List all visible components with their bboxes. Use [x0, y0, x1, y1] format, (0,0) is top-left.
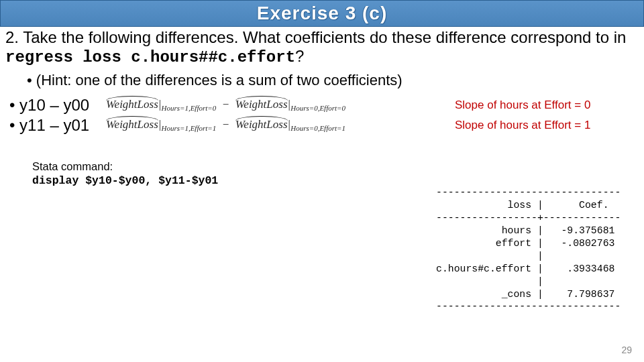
eq-rhs-var: WeightLoss	[235, 98, 288, 111]
difference-row: • y11 – y01 WeightLoss|Hours=1,Effort=1 …	[5, 116, 639, 135]
eq-lhs-sub: Hours=1,Effort=1	[161, 124, 216, 132]
slide-title: Exercise 3 (c)	[257, 3, 388, 24]
eq-lhs-var: WeightLoss	[106, 118, 158, 131]
diff-bullet: • y11 – y01	[5, 116, 106, 135]
stata-label: Stata command:	[32, 160, 639, 173]
difference-row: • y10 – y00 WeightLoss|Hours=1,Effort=0 …	[5, 96, 639, 115]
page-number: 29	[621, 345, 632, 355]
prompt-tail: ?	[295, 47, 304, 65]
eq-rhs-sub: Hours=0,Effort=1	[290, 124, 345, 132]
eq-rhs-sub: Hours=0,Effort=0	[290, 104, 345, 112]
eq-lhs-var: WeightLoss	[106, 98, 158, 111]
hint-text: • (Hint: one of the differences is a sum…	[27, 72, 639, 89]
coefficient-table: ------------------------------- loss | C…	[436, 186, 644, 313]
prompt-code: regress loss c.hours##c.effort	[5, 48, 295, 66]
eq-rhs-var: WeightLoss	[235, 118, 288, 131]
question-prompt: 2. Take the following differences. What …	[5, 28, 639, 68]
stata-block: Stata command: display $y10-$y00, $y11-$…	[32, 160, 639, 187]
eq-lhs-sub: Hours=1,Effort=0	[161, 104, 216, 112]
slope-annotation: Slope of hours at Effort = 1	[455, 119, 590, 132]
diff-equation: WeightLoss|Hours=1,Effort=1 − WeightLoss…	[106, 118, 448, 132]
slope-annotation: Slope of hours at Effort = 0	[455, 99, 590, 112]
title-bar: Exercise 3 (c)	[0, 0, 644, 27]
stata-command: display $y10-$y00, $y11-$y01	[32, 174, 639, 187]
prompt-lead: 2. Take the following differences. What …	[5, 28, 626, 46]
diff-equation: WeightLoss|Hours=1,Effort=0 − WeightLoss…	[106, 98, 448, 112]
diff-bullet: • y10 – y00	[5, 96, 106, 115]
